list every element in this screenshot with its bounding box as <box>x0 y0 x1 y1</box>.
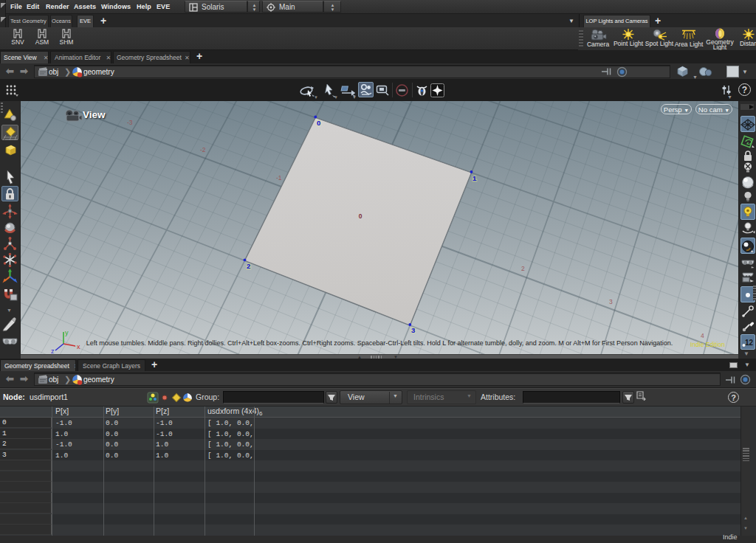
svg-text:-2: -2 <box>200 146 206 153</box>
svg-text:0: 0 <box>317 119 320 127</box>
svg-text:2: 2 <box>521 265 525 272</box>
svg-text:0: 0 <box>359 212 362 220</box>
svg-text:-1: -1 <box>276 174 282 181</box>
svg-text:z: z <box>51 347 55 354</box>
svg-text:2: 2 <box>247 262 250 270</box>
svg-text:3: 3 <box>609 298 613 305</box>
svg-text:1: 1 <box>472 174 477 182</box>
svg-text:3: 3 <box>411 326 415 334</box>
svg-text:-3: -3 <box>127 119 133 126</box>
svg-text:4: 4 <box>701 332 704 339</box>
svg-text:y: y <box>65 329 69 336</box>
svg-text:12: 12 <box>745 339 754 347</box>
